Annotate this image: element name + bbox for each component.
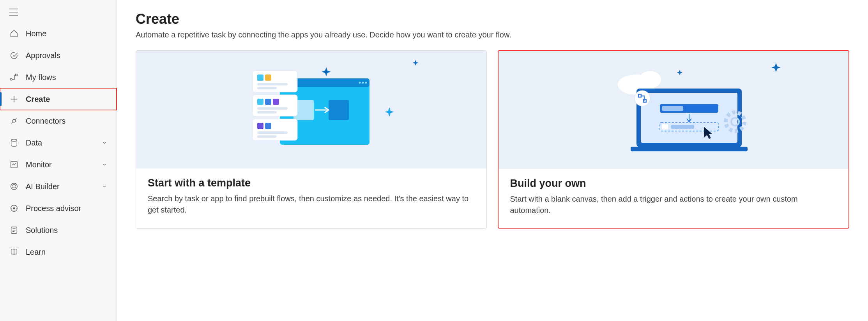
create-cards: Start with a template Search by task or …: [136, 50, 849, 229]
sidebar-item-label: Connectors: [26, 117, 107, 126]
sidebar-item-label: Learn: [26, 248, 107, 257]
sidebar-item-solutions[interactable]: Solutions: [0, 219, 117, 241]
svg-rect-34: [265, 99, 271, 105]
ai-builder-icon: [9, 182, 19, 191]
sidebar-item-approvals[interactable]: Approvals: [0, 44, 117, 66]
connectors-icon: [9, 116, 19, 126]
build-illustration: [499, 51, 849, 169]
sidebar-item-label: Home: [26, 29, 107, 38]
template-illustration: [136, 51, 486, 168]
svg-rect-37: [257, 111, 277, 114]
sidebar-item-label: Monitor: [26, 160, 95, 169]
hamburger-icon: [9, 9, 18, 16]
chevron-down-icon: [102, 182, 107, 191]
svg-rect-31: [257, 87, 277, 89]
svg-point-48: [635, 90, 650, 106]
svg-rect-7: [12, 119, 15, 122]
svg-point-14: [13, 207, 15, 209]
chevron-down-icon: [102, 138, 107, 147]
book-icon: [9, 247, 19, 257]
home-icon: [9, 29, 19, 38]
card-title: Build your own: [510, 177, 837, 190]
svg-rect-33: [257, 99, 263, 105]
card-body: Start with a template Search by task or …: [136, 168, 486, 227]
card-build-your-own[interactable]: Build your own Start with a blank canvas…: [498, 50, 850, 229]
sidebar-item-label: Approvals: [26, 51, 107, 60]
main-content: Create Automate a repetitive task by con…: [117, 0, 868, 321]
svg-rect-55: [662, 124, 668, 129]
svg-rect-41: [257, 131, 288, 134]
svg-rect-4: [16, 74, 18, 76]
svg-rect-28: [257, 74, 263, 81]
svg-rect-40: [265, 123, 271, 129]
svg-point-23: [365, 82, 367, 84]
sidebar-item-learn[interactable]: Learn: [0, 241, 117, 263]
svg-rect-39: [257, 123, 263, 129]
hamburger-menu-button[interactable]: [0, 3, 117, 23]
sidebar-item-create[interactable]: Create: [0, 88, 117, 110]
sidebar-item-label: My flows: [26, 73, 107, 82]
svg-point-11: [12, 187, 13, 188]
sidebar: Home Approvals My flows Create: [0, 0, 117, 321]
sidebar-item-label: Process advisor: [26, 204, 107, 213]
sidebar-item-my-flows[interactable]: My flows: [0, 66, 117, 88]
svg-point-44: [639, 71, 661, 88]
svg-rect-52: [662, 106, 683, 111]
card-title: Start with a template: [148, 177, 475, 189]
plus-icon: [9, 94, 19, 104]
sidebar-item-ai-builder[interactable]: AI Builder: [0, 176, 117, 197]
sidebar-item-connectors[interactable]: Connectors: [0, 110, 117, 132]
card-body: Build your own Start with a blank canvas…: [499, 169, 849, 228]
sidebar-item-label: Data: [26, 138, 95, 147]
svg-point-3: [10, 78, 12, 80]
svg-rect-29: [265, 74, 271, 81]
solutions-icon: [9, 225, 19, 235]
svg-point-21: [359, 82, 361, 84]
flows-icon: [9, 73, 19, 82]
chevron-down-icon: [102, 160, 107, 169]
sidebar-item-label: Solutions: [26, 226, 107, 235]
page-title: Create: [136, 11, 849, 27]
svg-point-12: [15, 187, 16, 188]
monitor-icon: [9, 160, 19, 169]
svg-point-22: [362, 82, 364, 84]
svg-rect-36: [257, 107, 288, 110]
card-start-with-template[interactable]: Start with a template Search by task or …: [136, 50, 487, 229]
database-icon: [9, 138, 19, 147]
page-subtitle: Automate a repetitive task by connecting…: [136, 30, 849, 39]
svg-rect-47: [631, 147, 748, 151]
svg-rect-25: [329, 100, 349, 120]
sidebar-item-monitor[interactable]: Monitor: [0, 154, 117, 176]
svg-rect-35: [273, 99, 279, 105]
sidebar-item-home[interactable]: Home: [0, 23, 117, 44]
card-description: Start with a blank canvas, then add a tr…: [510, 193, 837, 216]
process-advisor-icon: [9, 204, 19, 213]
svg-point-8: [11, 139, 17, 142]
card-description: Search by task or app to find prebuilt f…: [148, 193, 475, 216]
sidebar-item-label: Create: [26, 95, 107, 104]
approvals-icon: [9, 51, 19, 60]
sidebar-item-data[interactable]: Data: [0, 132, 117, 154]
svg-rect-42: [257, 135, 277, 138]
sidebar-item-process-advisor[interactable]: Process advisor: [0, 197, 117, 219]
svg-rect-56: [671, 125, 694, 129]
sidebar-item-label: AI Builder: [26, 182, 95, 191]
svg-rect-30: [257, 83, 288, 85]
